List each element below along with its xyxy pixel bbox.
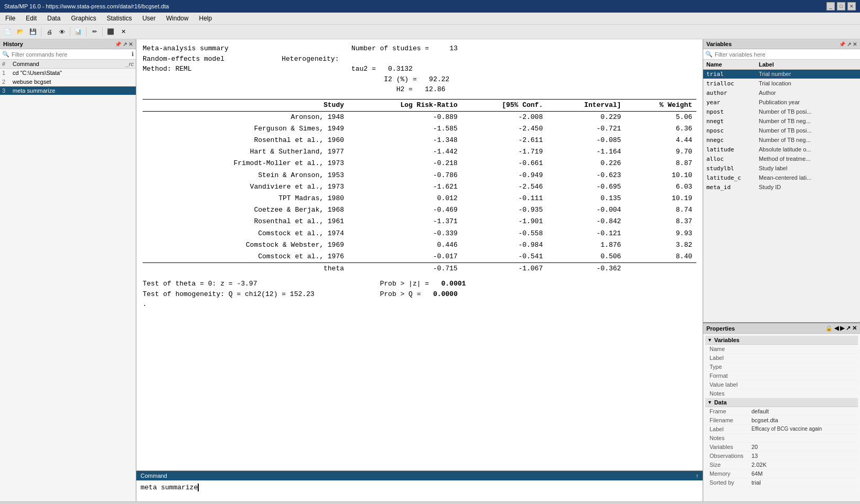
history-item-3[interactable]: 3 meta summarize bbox=[0, 86, 136, 95]
variable-item[interactable]: year Publication year bbox=[703, 98, 860, 107]
prop-memory-value: 64M bbox=[751, 470, 854, 477]
variables-close-icon[interactable]: ✕ bbox=[853, 41, 857, 47]
toolbar-graph[interactable]: 📊 bbox=[72, 26, 84, 38]
variable-item[interactable]: trial Trial number bbox=[703, 70, 860, 79]
row-ci-low: -1.719 bbox=[462, 146, 547, 158]
variable-item[interactable]: latitude_c Mean-centered lati... bbox=[703, 173, 860, 183]
command-label-text: Command bbox=[141, 473, 167, 479]
history-item-1[interactable]: 1 cd "C:\Users\Stata" bbox=[0, 69, 136, 78]
table-row: Stein & Aronson, 1953 -0.786 -0.949 -0.6… bbox=[143, 170, 696, 181]
row-study: Comstock et al., 1974 bbox=[143, 228, 348, 239]
history-filter-input[interactable] bbox=[12, 51, 132, 58]
row-ci-high: 0.226 bbox=[547, 158, 625, 169]
history-pin-icon[interactable]: 📌 bbox=[115, 41, 121, 47]
menu-window[interactable]: Window bbox=[163, 14, 192, 23]
variable-item[interactable]: nnegt Number of TB neg... bbox=[703, 117, 860, 126]
prop-observations-value: 13 bbox=[751, 453, 854, 459]
menu-graphics[interactable]: Graphics bbox=[68, 14, 99, 23]
menu-data[interactable]: Data bbox=[44, 14, 63, 23]
variable-item[interactable]: author Author bbox=[703, 89, 860, 98]
variable-item[interactable]: nnegc Number of TB neg... bbox=[703, 136, 860, 145]
variable-item[interactable]: npost Number of TB posi... bbox=[703, 107, 860, 117]
variable-name: author bbox=[706, 90, 759, 96]
variable-name: year bbox=[706, 99, 759, 106]
history-info-icon[interactable]: ℹ bbox=[132, 51, 134, 58]
minimize-button[interactable]: _ bbox=[826, 2, 835, 10]
menu-help[interactable]: Help bbox=[196, 14, 215, 23]
toolbar-new[interactable]: 📄 bbox=[2, 26, 14, 38]
prop-datalabel-label: Label bbox=[710, 426, 751, 432]
prop-frame-label: Frame bbox=[710, 408, 751, 414]
studies-label: Number of studies = bbox=[351, 45, 429, 52]
prop-close-icon[interactable]: ✕ bbox=[852, 325, 857, 332]
properties-panel: Properties 🔒 ◀ ▶ ↗ ✕ ▼ Variables Name bbox=[703, 323, 860, 501]
variable-item[interactable]: studylbl Study label bbox=[703, 164, 860, 173]
toolbar: 📄 📂 💾 🖨 👁 📊 ✏ ⬛ ✕ bbox=[0, 25, 860, 39]
row-ci-low: -0.661 bbox=[462, 158, 547, 169]
toolbar-viewer[interactable]: 👁 bbox=[56, 26, 68, 38]
var-col-label-label: Label bbox=[759, 61, 857, 68]
variable-label: Trial number bbox=[759, 71, 857, 78]
prop-lock-icon[interactable]: 🔒 bbox=[825, 325, 833, 332]
toolbar-save[interactable]: 💾 bbox=[27, 26, 39, 38]
variable-name: npost bbox=[706, 108, 759, 115]
variables-title: Variables bbox=[706, 41, 732, 47]
variable-name: nposc bbox=[706, 127, 759, 134]
row-lrr: -1.442 bbox=[348, 146, 462, 158]
prop-forward-icon[interactable]: ▶ bbox=[840, 325, 844, 332]
table-row: Ferguson & Simes, 1949 -1.585 -2.450 -0.… bbox=[143, 123, 696, 135]
variable-label: Number of TB neg... bbox=[759, 137, 857, 144]
prop-float-icon[interactable]: ↗ bbox=[846, 325, 851, 332]
row-study: Frimodt-Moller et al., 1973 bbox=[143, 158, 348, 169]
table-row: Coetzee & Berjak, 1968 -0.469 -0.935 -0.… bbox=[143, 204, 696, 216]
variable-item[interactable]: nposc Number of TB posi... bbox=[703, 126, 860, 136]
table-row: Comstock et al., 1976 -0.017 -0.541 0.50… bbox=[143, 251, 696, 263]
status-bar: C:\Users\Stata CAP NUM OVR bbox=[0, 501, 860, 504]
row-ci-high: -0.121 bbox=[547, 228, 625, 239]
variable-label: Author bbox=[759, 90, 857, 96]
row-lrr: 0.012 bbox=[348, 193, 462, 204]
row-lrr: -1.348 bbox=[348, 135, 462, 146]
variables-filter-input[interactable] bbox=[715, 51, 858, 58]
variable-item[interactable]: alloc Method of treatme... bbox=[703, 155, 860, 164]
toolbar-print[interactable]: 🖨 bbox=[44, 26, 55, 38]
row-ci-high: 0.229 bbox=[547, 111, 625, 123]
row-weight: 8.74 bbox=[625, 204, 696, 216]
menu-statistics[interactable]: Statistics bbox=[103, 14, 135, 23]
row-weight: 8.87 bbox=[625, 158, 696, 169]
prop-data-section[interactable]: ▼ Data bbox=[705, 398, 858, 407]
history-float-icon[interactable]: ↗ bbox=[123, 41, 127, 47]
row-ci-low: -0.935 bbox=[462, 204, 547, 216]
menu-edit[interactable]: Edit bbox=[23, 14, 40, 23]
variable-item[interactable]: latitude Absolute latitude o... bbox=[703, 145, 860, 155]
variables-panel: Variables 📌 ↗ ✕ 🔍 Name Label trial Trial… bbox=[703, 39, 860, 323]
maximize-button[interactable]: □ bbox=[837, 2, 845, 10]
prop-valuelabel-value bbox=[751, 381, 854, 388]
toolbar-open[interactable]: 📂 bbox=[15, 26, 26, 38]
prop-variables-section[interactable]: ▼ Variables bbox=[705, 336, 858, 345]
variables-pin-icon[interactable]: 📌 bbox=[839, 41, 845, 47]
row-lrr: -0.786 bbox=[348, 170, 462, 181]
variable-item[interactable]: meta_id Study ID bbox=[703, 183, 860, 192]
history-close-icon[interactable]: ✕ bbox=[128, 41, 133, 47]
toolbar-break[interactable]: ⬛ bbox=[105, 26, 116, 38]
col-command-label: Command bbox=[13, 61, 118, 67]
variables-float-icon[interactable]: ↗ bbox=[847, 41, 851, 47]
variable-item[interactable]: trialloc Trial location bbox=[703, 79, 860, 89]
menu-user[interactable]: User bbox=[139, 14, 158, 23]
variable-name: trialloc bbox=[706, 80, 759, 87]
toolbar-stop[interactable]: ✕ bbox=[117, 26, 129, 38]
prop-type-row: Type bbox=[705, 363, 858, 371]
prop-notes-value bbox=[751, 390, 854, 397]
row-weight: 8.40 bbox=[625, 251, 696, 263]
menu-file[interactable]: File bbox=[2, 14, 18, 23]
properties-controls: 🔒 ◀ ▶ ↗ ✕ bbox=[825, 325, 857, 332]
table-row: Comstock et al., 1974 -0.339 -0.558 -0.1… bbox=[143, 228, 696, 239]
prop-datanotes-value bbox=[751, 435, 854, 441]
history-item-2[interactable]: 2 webuse bcgset bbox=[0, 78, 136, 86]
prop-back-icon[interactable]: ◀ bbox=[834, 325, 838, 332]
command-label-bar: Command ↑ bbox=[136, 471, 703, 480]
toolbar-edit[interactable]: ✏ bbox=[89, 26, 100, 38]
row-ci-high: -0.695 bbox=[547, 181, 625, 193]
close-button[interactable]: ✕ bbox=[847, 2, 856, 10]
